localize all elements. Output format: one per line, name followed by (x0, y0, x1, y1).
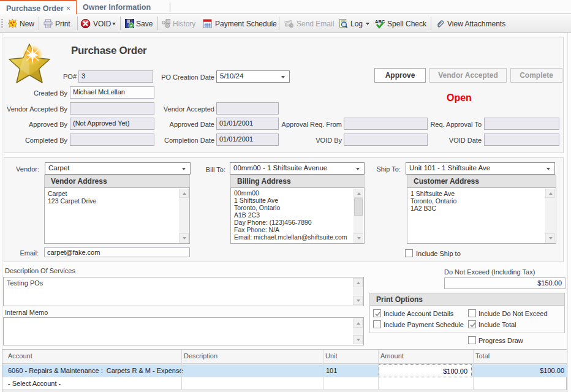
svg-text:ABC: ABC (375, 19, 385, 24)
